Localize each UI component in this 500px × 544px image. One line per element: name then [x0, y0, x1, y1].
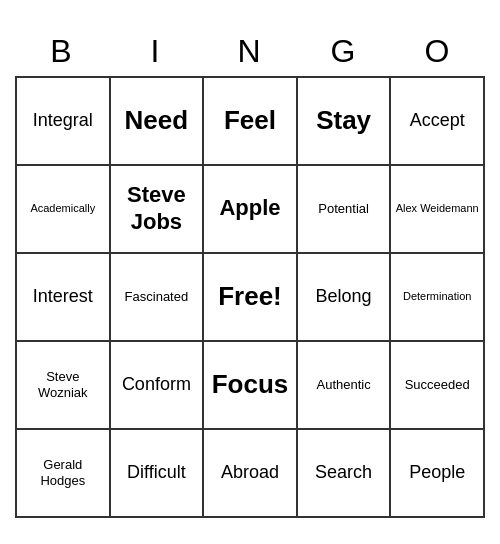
bingo-cell-r3-c2: Focus — [204, 342, 298, 430]
bingo-cell-r1-c1: Steve Jobs — [111, 166, 205, 254]
header-letter-o: O — [391, 27, 485, 76]
bingo-cell-r3-c3: Authentic — [298, 342, 392, 430]
cell-text-r0-c1: Need — [125, 105, 189, 136]
header-letter-g: G — [297, 27, 391, 76]
bingo-cell-r2-c0: Interest — [17, 254, 111, 342]
cell-text-r0-c2: Feel — [224, 105, 276, 136]
cell-text-r4-c2: Abroad — [221, 462, 279, 484]
cell-text-r1-c2: Apple — [219, 195, 280, 221]
bingo-cell-r1-c4: Alex Weidemann — [391, 166, 485, 254]
bingo-cell-r4-c0: Gerald Hodges — [17, 430, 111, 518]
bingo-cell-r2-c2: Free! — [204, 254, 298, 342]
bingo-cell-r0-c2: Feel — [204, 78, 298, 166]
cell-text-r1-c3: Potential — [318, 201, 369, 217]
cell-text-r2-c4: Determination — [403, 290, 471, 303]
cell-text-r4-c4: People — [409, 462, 465, 484]
cell-text-r0-c0: Integral — [33, 110, 93, 132]
bingo-cell-r0-c4: Accept — [391, 78, 485, 166]
cell-text-r1-c1: Steve Jobs — [115, 182, 199, 235]
cell-text-r3-c2: Focus — [212, 369, 289, 400]
cell-text-r2-c0: Interest — [33, 286, 93, 308]
bingo-cell-r4-c4: People — [391, 430, 485, 518]
bingo-cell-r1-c2: Apple — [204, 166, 298, 254]
cell-text-r3-c4: Succeeded — [405, 377, 470, 393]
cell-text-r0-c3: Stay — [316, 105, 371, 136]
header-letter-b: B — [15, 27, 109, 76]
bingo-cell-r4-c3: Search — [298, 430, 392, 518]
bingo-cell-r3-c0: Steve Wozniak — [17, 342, 111, 430]
bingo-cell-r0-c1: Need — [111, 78, 205, 166]
bingo-cell-r3-c1: Conform — [111, 342, 205, 430]
bingo-cell-r2-c4: Determination — [391, 254, 485, 342]
cell-text-r2-c2: Free! — [218, 281, 282, 312]
bingo-cell-r0-c3: Stay — [298, 78, 392, 166]
bingo-card: BINGO IntegralNeedFeelStayAcceptAcademic… — [15, 27, 485, 518]
cell-text-r2-c3: Belong — [316, 286, 372, 308]
cell-text-r0-c4: Accept — [410, 110, 465, 132]
bingo-cell-r4-c2: Abroad — [204, 430, 298, 518]
cell-text-r4-c1: Difficult — [127, 462, 186, 484]
cell-text-r1-c4: Alex Weidemann — [396, 202, 479, 215]
bingo-header: BINGO — [15, 27, 485, 76]
cell-text-r1-c0: Academically — [30, 202, 95, 215]
cell-text-r4-c3: Search — [315, 462, 372, 484]
cell-text-r3-c0: Steve Wozniak — [21, 369, 105, 400]
bingo-cell-r3-c4: Succeeded — [391, 342, 485, 430]
header-letter-n: N — [203, 27, 297, 76]
bingo-cell-r1-c3: Potential — [298, 166, 392, 254]
bingo-grid: IntegralNeedFeelStayAcceptAcademicallySt… — [15, 76, 485, 518]
bingo-cell-r1-c0: Academically — [17, 166, 111, 254]
bingo-cell-r2-c3: Belong — [298, 254, 392, 342]
bingo-cell-r2-c1: Fascinated — [111, 254, 205, 342]
cell-text-r3-c1: Conform — [122, 374, 191, 396]
bingo-cell-r4-c1: Difficult — [111, 430, 205, 518]
cell-text-r4-c0: Gerald Hodges — [21, 457, 105, 488]
bingo-cell-r0-c0: Integral — [17, 78, 111, 166]
header-letter-i: I — [109, 27, 203, 76]
cell-text-r2-c1: Fascinated — [125, 289, 189, 305]
cell-text-r3-c3: Authentic — [316, 377, 370, 393]
